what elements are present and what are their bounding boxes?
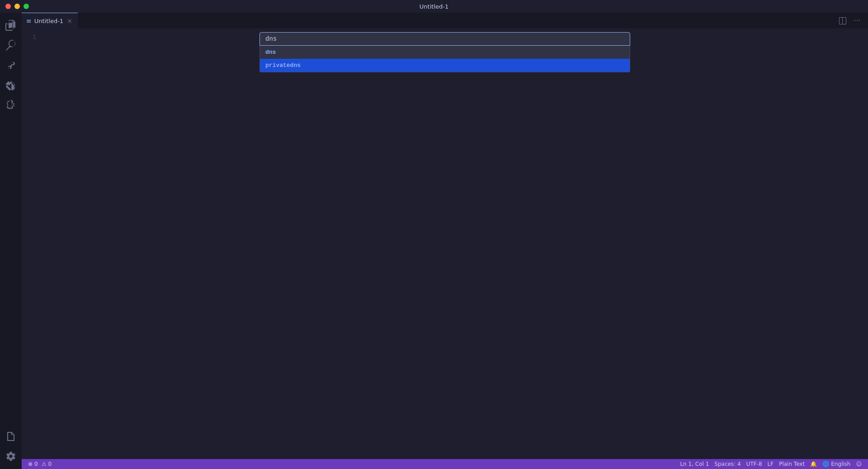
- line-number-1: 1: [22, 33, 36, 43]
- dropdown-item-privateDns[interactable]: privatedns: [260, 59, 630, 72]
- spaces-status[interactable]: Spaces: 4: [712, 461, 743, 467]
- line-ending-status[interactable]: LF: [765, 461, 777, 467]
- language-status[interactable]: 🌐 English: [820, 461, 853, 467]
- settings-icon[interactable]: [2, 447, 20, 465]
- tab-bar: ≡ Untitled-1 × ···: [22, 13, 868, 28]
- tab-file-icon: ≡: [26, 17, 32, 24]
- warnings-count: 0: [48, 461, 52, 467]
- editor-area: ≡ Untitled-1 × ···: [22, 13, 868, 469]
- traffic-lights: [5, 4, 29, 9]
- status-bar-right: Ln 1, Col 1 Spaces: 4 UTF-8 LF Plain Tex…: [677, 461, 864, 467]
- notifications-status[interactable]: 🔔: [807, 461, 820, 467]
- line-numbers: 1: [22, 28, 43, 459]
- errors-warnings-status[interactable]: ⊗ 0 ⚠ 0: [25, 459, 54, 469]
- cursor-position-text: Ln 1, Col 1: [680, 461, 709, 467]
- warnings-icon: ⚠: [42, 461, 47, 467]
- dropdown-item-dns[interactable]: dns: [260, 46, 630, 59]
- deploy-icon[interactable]: [2, 427, 20, 445]
- spaces-text: Spaces: 4: [714, 461, 741, 467]
- command-dropdown: dns privatedns: [259, 46, 630, 72]
- command-palette: dns privatedns: [259, 32, 630, 72]
- privateDns-match-text: dns: [290, 62, 301, 69]
- language-mode-text: Plain Text: [779, 461, 805, 467]
- tab-untitled-1[interactable]: ≡ Untitled-1 ×: [22, 13, 78, 28]
- main-layout: ≡ Untitled-1 × ···: [0, 13, 868, 469]
- cursor-position-status[interactable]: Ln 1, Col 1: [677, 461, 712, 467]
- run-debug-icon[interactable]: [2, 96, 20, 114]
- editor-content[interactable]: 1: [22, 28, 868, 459]
- close-button[interactable]: [5, 4, 11, 9]
- window-title: Untitled-1: [420, 3, 448, 10]
- tab-title: Untitled-1: [34, 18, 63, 24]
- tab-close-button[interactable]: ×: [66, 17, 73, 24]
- smiley-icon: ☺: [856, 461, 862, 467]
- maximize-button[interactable]: [24, 4, 29, 9]
- line-ending-text: LF: [768, 461, 774, 467]
- encoding-status[interactable]: UTF-8: [744, 461, 765, 467]
- more-actions-button[interactable]: ···: [851, 14, 863, 27]
- activity-bar: [0, 13, 22, 469]
- split-editor-button[interactable]: [836, 14, 849, 27]
- dns-match-text: dns: [265, 49, 276, 56]
- privateDns-prefix: private: [265, 62, 290, 69]
- command-input-wrapper: [259, 32, 630, 46]
- extensions-icon[interactable]: [2, 76, 20, 94]
- language-mode-status[interactable]: Plain Text: [776, 461, 807, 467]
- search-icon[interactable]: [2, 36, 20, 54]
- editor-text-area[interactable]: [43, 28, 868, 459]
- command-input[interactable]: [265, 35, 624, 43]
- title-bar: Untitled-1: [0, 0, 868, 13]
- more-actions-icon: ···: [854, 16, 860, 25]
- bell-icon: 🔔: [810, 461, 817, 467]
- smiley-status[interactable]: ☺: [853, 461, 864, 467]
- globe-icon: 🌐: [822, 461, 829, 467]
- activity-bar-bottom: [2, 427, 20, 469]
- encoding-text: UTF-8: [746, 461, 762, 467]
- minimize-button[interactable]: [14, 4, 20, 9]
- source-control-icon[interactable]: [2, 56, 20, 74]
- language-text: English: [831, 461, 850, 467]
- tab-actions: ···: [836, 13, 868, 28]
- status-bar: ⊗ 0 ⚠ 0 Ln 1, Col 1 Spaces: 4 UTF-8 LF: [22, 459, 868, 469]
- errors-icon: ⊗: [28, 461, 33, 467]
- errors-count: 0: [34, 461, 38, 467]
- explorer-icon[interactable]: [2, 16, 20, 34]
